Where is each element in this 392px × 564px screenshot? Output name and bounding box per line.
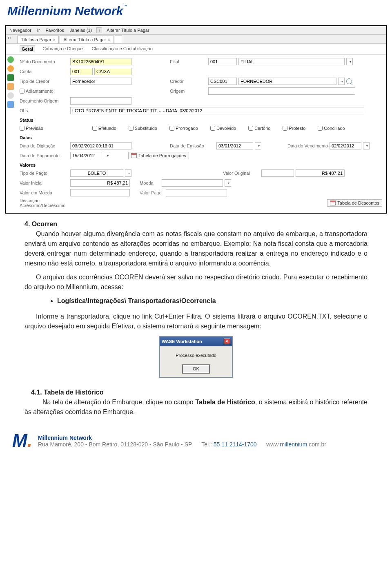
chk-label: Previsão: [26, 126, 43, 131]
calendar-icon: [330, 201, 336, 205]
chk-substituido[interactable]: Substituído: [129, 126, 157, 131]
tipo-pagto-input[interactable]: [70, 169, 123, 177]
chk-efetuado[interactable]: Efetuado: [92, 126, 116, 131]
valor-moeda-label: Valor em Moeda: [20, 190, 69, 195]
chk-devolvido[interactable]: Devolvido: [210, 126, 236, 131]
brand-logo: Millennium Network™: [7, 4, 385, 18]
dialog-title: WASE Workstation: [162, 338, 202, 345]
footer-logo-icon: M.: [12, 433, 32, 448]
btn-label: Tabela de Descontos: [337, 201, 379, 205]
footer-tel-label: Tel.:: [201, 441, 214, 448]
tipo-credor-input[interactable]: [70, 78, 131, 85]
footer-www: www.: [266, 441, 280, 448]
num-doc-input[interactable]: [70, 58, 131, 65]
dialog-titlebar: WASE Workstation ✕: [160, 337, 232, 346]
chk-protesto[interactable]: Protesto: [283, 126, 305, 131]
conta-name-input[interactable]: [94, 68, 131, 75]
chk-cartorio[interactable]: Cartório: [248, 126, 270, 131]
data-pag-label: Data de Pagamento: [20, 153, 69, 158]
tab-alterar-titulo[interactable]: Alterar Título a Pagar×: [60, 36, 114, 43]
data-emiss-dropdown[interactable]: [255, 142, 261, 149]
back-icon[interactable]: [7, 56, 14, 63]
valor-orig-input[interactable]: [296, 169, 345, 177]
menu-janelas[interactable]: Janelas (1): [69, 27, 93, 33]
menu-dropdown-icon[interactable]: ↓: [96, 27, 102, 33]
menu-favoritos[interactable]: Favoritos: [45, 27, 65, 33]
data-digit-label: Data de Digitação: [20, 143, 69, 148]
data-venc-dropdown[interactable]: [363, 142, 370, 149]
datas-heading: Datas: [20, 135, 382, 140]
doc-origem-label: Documento Origem: [20, 98, 69, 103]
tipo-pagto-label: Tipo de Pagto: [20, 171, 69, 176]
filial-dropdown[interactable]: [346, 58, 353, 65]
paragraph: Quando houver alguma divergência com as …: [24, 229, 368, 268]
conta-code-input[interactable]: [70, 68, 93, 75]
text: Na tela de alteração do Embarque, clique…: [42, 399, 195, 406]
mail-icon[interactable]: [7, 101, 14, 108]
data-pag-dropdown[interactable]: [104, 152, 110, 159]
data-digit-input[interactable]: [70, 142, 131, 149]
chk-label: Cartório: [254, 126, 270, 131]
valor-inicial-input[interactable]: [70, 179, 130, 187]
adiant-wrapper: Adiantamento: [20, 89, 69, 94]
valor-pago-input[interactable]: [166, 189, 227, 196]
subtab-cobranca[interactable]: Cobrança e Cheque: [41, 45, 84, 53]
credor-dropdown[interactable]: [338, 78, 345, 85]
filial-code-input[interactable]: [208, 58, 237, 65]
menu-alterar[interactable]: Alterar Título a Pagar: [105, 27, 150, 33]
bullet-path: Logística\Integrações\ Transportadoras\O…: [57, 297, 216, 304]
document-tabs: Títulos a Pagar× Alterar Título a Pagar×: [6, 35, 386, 44]
subtab-classificacao[interactable]: Classificação e Contabilização: [90, 45, 154, 53]
tabela-prorrogacoes-button[interactable]: Tabela de Prorrogações: [128, 152, 189, 159]
tipo-pagto-dropdown[interactable]: [125, 169, 131, 177]
home-icon[interactable]: [7, 83, 14, 90]
obs-input[interactable]: [70, 107, 364, 114]
subtab-geral[interactable]: Geral: [20, 45, 35, 53]
tabela-descontos-button[interactable]: Tabela de Descontos: [327, 199, 382, 207]
close-icon[interactable]: ×: [53, 38, 56, 42]
blank-icon[interactable]: [7, 92, 14, 99]
tab-overflow-icon[interactable]: ▸▸: [8, 36, 11, 40]
data-venc-input[interactable]: [330, 142, 361, 149]
dialog-message: Processo executado: [164, 352, 228, 359]
close-icon[interactable]: ✕: [224, 339, 230, 344]
valor-moeda-input[interactable]: [70, 189, 130, 196]
doc-origem-input[interactable]: [70, 97, 131, 105]
message-dialog: WASE Workstation ✕ Processo executado OK: [159, 336, 233, 378]
chk-prorrogado[interactable]: Prorrogado: [169, 126, 198, 131]
adiantamento-checkbox[interactable]: Adiantamento: [20, 89, 69, 94]
page-footer: M. Millennium Network Rua Mamoré, 200 - …: [0, 421, 392, 453]
menu-ir[interactable]: Ir: [36, 27, 41, 33]
credor-label: Credor: [170, 79, 207, 84]
section-4-1-heading: 4.1. Tabela de Histórico: [31, 388, 368, 397]
tab-new[interactable]: [115, 36, 122, 43]
search-icon[interactable]: [346, 78, 352, 84]
tab-titulos-pagar[interactable]: Títulos a Pagar×: [17, 36, 59, 43]
data-emiss-input[interactable]: [216, 142, 253, 149]
origem-input[interactable]: [208, 87, 355, 95]
chk-conciliado[interactable]: Conciliado: [318, 126, 345, 131]
moeda-input[interactable]: [162, 179, 223, 187]
close-icon[interactable]: ×: [108, 38, 110, 42]
credor-code-input[interactable]: [208, 78, 237, 85]
sidebar-icons: [7, 55, 17, 108]
text-bold: Tabela de Histórico: [195, 399, 255, 406]
num-doc-label: Nº do Documento: [20, 59, 69, 64]
credor-name-input[interactable]: [238, 78, 336, 85]
filial-label: Filial: [170, 59, 207, 64]
moeda-dropdown[interactable]: [225, 179, 231, 187]
obs-label: Obs: [20, 108, 69, 113]
menu-navegador[interactable]: Navegador: [8, 27, 33, 33]
chk-previsao[interactable]: Previsão: [20, 126, 43, 131]
paragraph: O arquivo das ocorrências OCOREN deverá …: [24, 272, 368, 292]
origem-label: Origem: [170, 89, 207, 94]
data-pag-input[interactable]: [70, 152, 102, 159]
excel-icon[interactable]: [7, 74, 14, 81]
ok-button[interactable]: OK: [182, 364, 210, 374]
paragraph: Informe a transportadora, clique no link…: [24, 312, 368, 331]
chk-label: Efetuado: [98, 126, 116, 131]
chk-label: Devolvido: [216, 126, 236, 131]
valor-orig-blank[interactable]: [261, 169, 294, 177]
filial-name-input[interactable]: [238, 58, 345, 65]
forward-icon[interactable]: [7, 65, 14, 72]
